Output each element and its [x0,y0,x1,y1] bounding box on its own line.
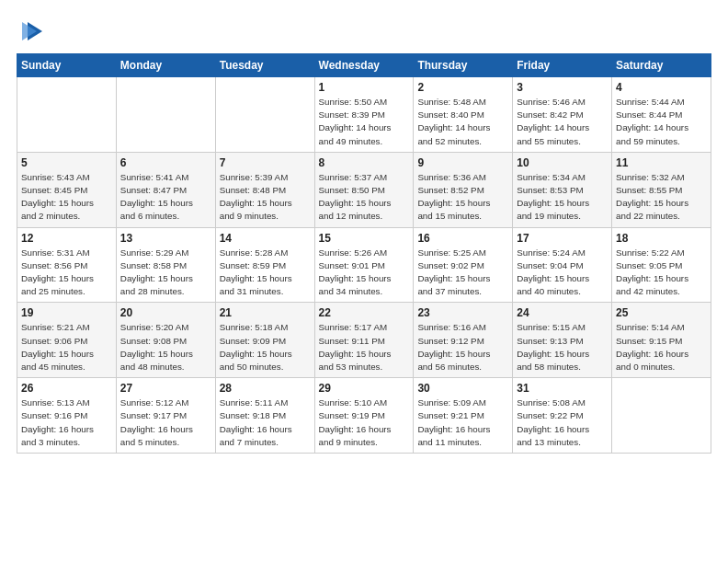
day-number: 12 [21,232,112,245]
day-number: 4 [616,81,707,94]
day-cell: 24Sunrise: 5:15 AM Sunset: 9:13 PM Dayli… [513,303,612,378]
day-cell: 15Sunrise: 5:26 AM Sunset: 9:01 PM Dayli… [314,227,414,303]
day-number: 17 [517,232,608,245]
day-info: Sunrise: 5:21 AM Sunset: 9:06 PM Dayligh… [21,321,112,373]
day-number: 13 [120,232,211,245]
day-cell: 19Sunrise: 5:21 AM Sunset: 9:06 PM Dayli… [17,303,117,378]
day-info: Sunrise: 5:39 AM Sunset: 8:48 PM Dayligh… [220,171,311,224]
day-cell: 30Sunrise: 5:09 AM Sunset: 9:21 PM Dayli… [414,378,513,454]
day-cell: 10Sunrise: 5:34 AM Sunset: 8:53 PM Dayli… [513,152,612,227]
day-number: 14 [220,232,311,245]
day-cell: 11Sunrise: 5:32 AM Sunset: 8:55 PM Dayli… [612,152,711,227]
day-cell: 2Sunrise: 5:48 AM Sunset: 8:40 PM Daylig… [414,77,513,153]
day-cell: 12Sunrise: 5:31 AM Sunset: 8:56 PM Dayli… [17,227,117,303]
day-info: Sunrise: 5:31 AM Sunset: 8:56 PM Dayligh… [21,247,112,299]
day-number: 10 [517,156,608,169]
day-info: Sunrise: 5:34 AM Sunset: 8:53 PM Dayligh… [517,171,608,224]
day-cell [116,77,215,153]
day-info: Sunrise: 5:16 AM Sunset: 9:12 PM Dayligh… [417,321,508,373]
day-info: Sunrise: 5:24 AM Sunset: 9:04 PM Dayligh… [517,247,608,299]
day-number: 1 [319,81,410,94]
day-cell: 4Sunrise: 5:44 AM Sunset: 8:44 PM Daylig… [612,77,711,153]
header [17,17,711,44]
day-info: Sunrise: 5:44 AM Sunset: 8:44 PM Dayligh… [616,96,707,148]
day-cell: 3Sunrise: 5:46 AM Sunset: 8:42 PM Daylig… [513,77,612,153]
header-row: SundayMondayTuesdayWednesdayThursdayFrid… [17,54,711,77]
day-info: Sunrise: 5:08 AM Sunset: 9:22 PM Dayligh… [517,396,608,449]
day-number: 20 [120,306,211,319]
day-number: 18 [616,232,707,245]
week-row-4: 19Sunrise: 5:21 AM Sunset: 9:06 PM Dayli… [17,303,711,378]
day-cell: 7Sunrise: 5:39 AM Sunset: 8:48 PM Daylig… [215,152,314,227]
day-info: Sunrise: 5:11 AM Sunset: 9:18 PM Dayligh… [220,396,311,449]
day-number: 8 [319,156,410,169]
col-header-sunday: Sunday [17,54,117,77]
page: SundayMondayTuesdayWednesdayThursdayFrid… [0,0,728,563]
day-cell: 27Sunrise: 5:12 AM Sunset: 9:17 PM Dayli… [116,378,215,454]
day-info: Sunrise: 5:13 AM Sunset: 9:16 PM Dayligh… [21,396,112,449]
day-cell: 9Sunrise: 5:36 AM Sunset: 8:52 PM Daylig… [414,152,513,227]
day-cell [215,77,314,153]
day-info: Sunrise: 5:14 AM Sunset: 9:15 PM Dayligh… [616,321,707,373]
day-number: 7 [220,156,311,169]
day-info: Sunrise: 5:41 AM Sunset: 8:47 PM Dayligh… [120,171,211,224]
day-info: Sunrise: 5:26 AM Sunset: 9:01 PM Dayligh… [319,247,410,299]
day-cell: 21Sunrise: 5:18 AM Sunset: 9:09 PM Dayli… [215,303,314,378]
day-info: Sunrise: 5:36 AM Sunset: 8:52 PM Dayligh… [417,171,508,224]
day-cell: 5Sunrise: 5:43 AM Sunset: 8:45 PM Daylig… [17,152,117,227]
day-info: Sunrise: 5:37 AM Sunset: 8:50 PM Dayligh… [319,171,410,224]
day-number: 28 [220,382,311,395]
col-header-friday: Friday [513,54,612,77]
logo-icon [20,18,46,44]
col-header-thursday: Thursday [414,54,513,77]
day-info: Sunrise: 5:32 AM Sunset: 8:55 PM Dayligh… [616,171,707,224]
day-info: Sunrise: 5:10 AM Sunset: 9:19 PM Dayligh… [319,396,410,449]
day-cell [17,77,117,153]
day-info: Sunrise: 5:12 AM Sunset: 9:17 PM Dayligh… [120,396,211,449]
day-number: 26 [21,382,112,395]
day-number: 27 [120,382,211,395]
day-number: 21 [220,306,311,319]
day-info: Sunrise: 5:09 AM Sunset: 9:21 PM Dayligh… [417,396,508,449]
day-number: 6 [120,156,211,169]
day-number: 19 [21,306,112,319]
day-cell: 26Sunrise: 5:13 AM Sunset: 9:16 PM Dayli… [17,378,117,454]
day-number: 2 [417,81,508,94]
day-number: 3 [517,81,608,94]
day-number: 5 [21,156,112,169]
day-info: Sunrise: 5:18 AM Sunset: 9:09 PM Dayligh… [220,321,311,373]
day-cell: 17Sunrise: 5:24 AM Sunset: 9:04 PM Dayli… [513,227,612,303]
day-info: Sunrise: 5:50 AM Sunset: 8:39 PM Dayligh… [319,96,410,148]
day-cell: 29Sunrise: 5:10 AM Sunset: 9:19 PM Dayli… [314,378,414,454]
day-cell: 31Sunrise: 5:08 AM Sunset: 9:22 PM Dayli… [513,378,612,454]
week-row-1: 1Sunrise: 5:50 AM Sunset: 8:39 PM Daylig… [17,77,711,153]
day-info: Sunrise: 5:22 AM Sunset: 9:05 PM Dayligh… [616,247,707,299]
day-info: Sunrise: 5:48 AM Sunset: 8:40 PM Dayligh… [417,96,508,148]
week-row-2: 5Sunrise: 5:43 AM Sunset: 8:45 PM Daylig… [17,152,711,227]
day-cell: 16Sunrise: 5:25 AM Sunset: 9:02 PM Dayli… [414,227,513,303]
col-header-tuesday: Tuesday [215,54,314,77]
day-info: Sunrise: 5:17 AM Sunset: 9:11 PM Dayligh… [319,321,410,373]
week-row-5: 26Sunrise: 5:13 AM Sunset: 9:16 PM Dayli… [17,378,711,454]
logo [17,17,46,44]
calendar: SundayMondayTuesdayWednesdayThursdayFrid… [17,53,711,454]
day-cell: 6Sunrise: 5:41 AM Sunset: 8:47 PM Daylig… [116,152,215,227]
day-cell: 25Sunrise: 5:14 AM Sunset: 9:15 PM Dayli… [612,303,711,378]
day-number: 15 [319,232,410,245]
day-cell: 8Sunrise: 5:37 AM Sunset: 8:50 PM Daylig… [314,152,414,227]
day-info: Sunrise: 5:25 AM Sunset: 9:02 PM Dayligh… [417,247,508,299]
day-number: 9 [417,156,508,169]
day-number: 30 [417,382,508,395]
day-number: 29 [319,382,410,395]
day-cell: 18Sunrise: 5:22 AM Sunset: 9:05 PM Dayli… [612,227,711,303]
day-info: Sunrise: 5:29 AM Sunset: 8:58 PM Dayligh… [120,247,211,299]
day-info: Sunrise: 5:20 AM Sunset: 9:08 PM Dayligh… [120,321,211,373]
day-info: Sunrise: 5:46 AM Sunset: 8:42 PM Dayligh… [517,96,608,148]
day-cell: 28Sunrise: 5:11 AM Sunset: 9:18 PM Dayli… [215,378,314,454]
day-cell: 14Sunrise: 5:28 AM Sunset: 8:59 PM Dayli… [215,227,314,303]
day-info: Sunrise: 5:15 AM Sunset: 9:13 PM Dayligh… [517,321,608,373]
day-number: 11 [616,156,707,169]
day-info: Sunrise: 5:43 AM Sunset: 8:45 PM Dayligh… [21,171,112,224]
week-row-3: 12Sunrise: 5:31 AM Sunset: 8:56 PM Dayli… [17,227,711,303]
day-number: 22 [319,306,410,319]
